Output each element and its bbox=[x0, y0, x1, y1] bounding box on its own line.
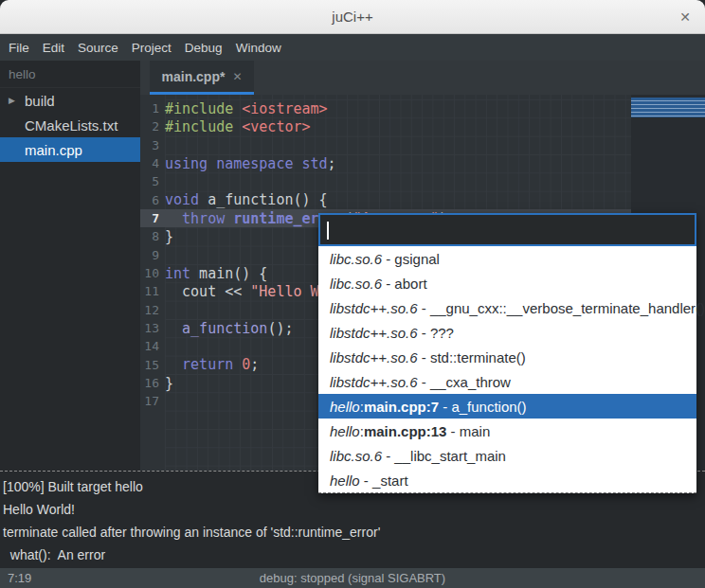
menu-item-window[interactable]: Window bbox=[229, 34, 288, 61]
menu-item-file[interactable]: File bbox=[2, 34, 36, 61]
line-number: 3 bbox=[140, 138, 165, 152]
code-text: } bbox=[165, 375, 173, 392]
title-bar: juCi++ ✕ bbox=[0, 0, 705, 34]
code-text: using namespace std; bbox=[165, 155, 336, 172]
output-line: Hello World! bbox=[3, 498, 702, 521]
line-number: 1 bbox=[140, 101, 165, 116]
line-number: 12 bbox=[140, 303, 165, 317]
tab-label: main.cpp* bbox=[162, 69, 226, 84]
menu-item-source[interactable]: Source bbox=[71, 34, 125, 61]
status-bar: 7:19 debug: stopped (signal SIGABRT) bbox=[0, 568, 705, 588]
line-number: 4 bbox=[140, 156, 165, 170]
code-text: a_function(); bbox=[165, 320, 293, 337]
code-text: } bbox=[165, 228, 173, 245]
output-line: what(): An error bbox=[3, 543, 702, 566]
line-number: 9 bbox=[140, 248, 165, 262]
code-text: void a_function() { bbox=[165, 191, 328, 208]
menu-item-project[interactable]: Project bbox=[125, 34, 178, 61]
window-title: juCi++ bbox=[0, 9, 705, 25]
stacktrace-row[interactable]: libstdc++.so.6 - __cxa_throw bbox=[318, 369, 696, 394]
tree-item-main-cpp[interactable]: main.cpp bbox=[0, 137, 140, 162]
stacktrace-list: libc.so.6 - gsignallibc.so.6 - abortlibs… bbox=[318, 246, 696, 493]
stacktrace-row[interactable]: libstdc++.so.6 - ??? bbox=[318, 320, 696, 345]
tab-main-cpp[interactable]: main.cpp* ✕ bbox=[150, 61, 254, 95]
line-number: 17 bbox=[140, 394, 165, 408]
stacktrace-row[interactable]: hello - _start bbox=[318, 468, 696, 492]
line-number: 8 bbox=[140, 229, 165, 243]
file-tree: ▶buildCMakeLists.txtmain.cpp bbox=[0, 88, 140, 162]
line-number: 6 bbox=[140, 193, 165, 207]
stacktrace-popup: libc.so.6 - gsignallibc.so.6 - abortlibs… bbox=[318, 213, 696, 493]
line-number: 2 bbox=[140, 119, 165, 134]
code-line[interactable]: 5 bbox=[140, 172, 631, 190]
menu-item-debug[interactable]: Debug bbox=[178, 34, 229, 61]
code-text: cout << "Hello W bbox=[165, 283, 319, 300]
tree-item-build[interactable]: ▶build bbox=[0, 88, 140, 113]
menu-item-edit[interactable]: Edit bbox=[36, 34, 71, 61]
code-line[interactable]: 6void a_function() { bbox=[140, 191, 631, 209]
code-text: int main() { bbox=[165, 265, 267, 282]
line-number: 7 bbox=[140, 211, 165, 225]
expander-icon[interactable]: ▶ bbox=[9, 96, 15, 105]
project-name: hello bbox=[0, 61, 140, 88]
stacktrace-row[interactable]: libstdc++.so.6 - std::terminate() bbox=[318, 345, 696, 369]
juci-window: juCi++ ✕ FileEditSourceProjectDebugWindo… bbox=[0, 0, 705, 588]
menu-bar: FileEditSourceProjectDebugWindow bbox=[0, 34, 705, 61]
code-line[interactable]: 3 bbox=[140, 136, 631, 154]
close-icon[interactable]: ✕ bbox=[675, 8, 696, 27]
output-line: terminate called after throwing an insta… bbox=[3, 521, 702, 543]
stacktrace-filter bbox=[318, 213, 696, 246]
stacktrace-filter-input[interactable] bbox=[330, 219, 690, 241]
tree-item-label: main.cpp bbox=[25, 142, 82, 158]
code-text: #include <iostream> bbox=[165, 100, 328, 117]
text-cursor bbox=[327, 222, 329, 240]
line-number: 14 bbox=[140, 339, 165, 353]
tree-item-label: build bbox=[25, 93, 55, 109]
stacktrace-row[interactable]: hello:main.cpp:7 - a_function() bbox=[318, 394, 696, 419]
line-number: 15 bbox=[140, 358, 165, 372]
tree-item-cmakelists-txt[interactable]: CMakeLists.txt bbox=[0, 113, 140, 137]
line-number: 10 bbox=[140, 266, 165, 280]
line-number: 16 bbox=[140, 376, 165, 390]
line-number: 13 bbox=[140, 321, 165, 335]
file-tree-sidebar: hello ▶buildCMakeLists.txtmain.cpp bbox=[0, 61, 140, 471]
stacktrace-row[interactable]: libc.so.6 - abort bbox=[318, 271, 696, 295]
debug-status: debug: stopped (signal SIGABRT) bbox=[0, 571, 705, 585]
code-text: #include <vector> bbox=[165, 118, 311, 135]
line-number: 11 bbox=[140, 284, 165, 298]
stacktrace-row[interactable]: hello:main.cpp:13 - main bbox=[318, 419, 696, 443]
code-text: return 0; bbox=[165, 356, 259, 373]
code-line[interactable]: 1#include <iostream> bbox=[140, 99, 631, 117]
line-number: 5 bbox=[140, 174, 165, 188]
tab-bar: main.cpp* ✕ bbox=[140, 61, 705, 95]
code-line[interactable]: 4using namespace std; bbox=[140, 154, 631, 172]
tree-item-label: CMakeLists.txt bbox=[25, 117, 118, 134]
tab-close-icon[interactable]: ✕ bbox=[232, 70, 242, 83]
minimap-viewport[interactable] bbox=[631, 98, 705, 117]
stacktrace-row[interactable]: libstdc++.so.6 - __gnu_cxx::__verbose_te… bbox=[318, 295, 696, 320]
stacktrace-row[interactable]: libc.so.6 - gsignal bbox=[318, 246, 696, 271]
stacktrace-row[interactable]: libc.so.6 - __libc_start_main bbox=[318, 443, 696, 468]
code-line[interactable]: 2#include <vector> bbox=[140, 117, 631, 135]
